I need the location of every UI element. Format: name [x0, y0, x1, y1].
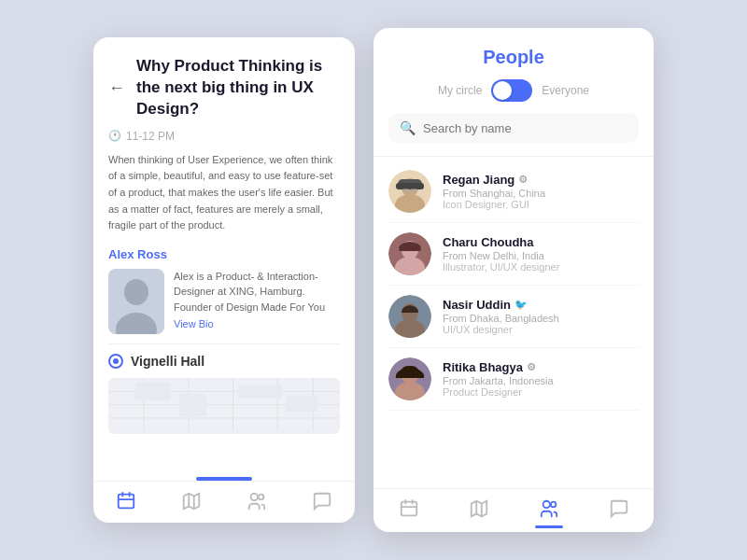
time-row: 🕐 11-12 PM	[108, 130, 340, 143]
right-bottom-nav	[374, 488, 654, 532]
person-role: UI/UX designer	[443, 324, 639, 335]
venue-map	[108, 378, 340, 434]
right-card-header: People My circle Everyone 🔍	[374, 28, 654, 156]
person-info: Ritika Bhagya ⚙ From Jakarta, Indonesia …	[443, 360, 639, 398]
right-nav-events-icon[interactable]	[399, 498, 419, 519]
svg-rect-41	[401, 502, 416, 516]
back-button-row: ← Why Product Thinking is the next big t…	[108, 56, 340, 120]
person-name: Charu Choudha	[443, 235, 639, 249]
svg-rect-30	[402, 189, 409, 192]
person-role: Icon Designer, GUI	[443, 199, 639, 210]
svg-point-23	[251, 494, 258, 500]
article-title: Why Product Thinking is the next big thi…	[136, 56, 340, 120]
back-arrow-icon[interactable]: ←	[108, 78, 125, 98]
person-avatar	[388, 170, 431, 213]
right-nav-chat-icon[interactable]	[609, 498, 629, 519]
author-block: Alex is a Product- & Interaction- Design…	[108, 269, 340, 334]
author-bio-text: Alex is a Product- & Interaction- Design…	[174, 269, 340, 315]
venue-section: Vignelli Hall	[108, 343, 340, 372]
clock-icon: 🕐	[108, 130, 121, 142]
person-badge-icon: ⚙	[518, 174, 528, 186]
person-item[interactable]: Regan Jiang ⚙ From Shanghai, China Icon …	[388, 161, 639, 223]
search-input[interactable]	[423, 121, 627, 135]
svg-rect-13	[179, 394, 206, 416]
person-role: Illustrator, UI/UX designer	[443, 261, 639, 273]
person-info: Charu Choudha From New Delhi, India Illu…	[443, 235, 639, 273]
author-avatar	[108, 269, 164, 334]
people-title: People	[388, 47, 639, 68]
right-card: People My circle Everyone 🔍	[374, 28, 654, 532]
svg-marker-45	[471, 501, 486, 517]
divider	[374, 156, 654, 157]
svg-point-24	[259, 495, 264, 500]
svg-rect-14	[237, 385, 282, 398]
svg-rect-16	[119, 495, 134, 509]
toggle-right-label: Everyone	[542, 84, 589, 97]
person-from: From Jakarta, Indonesia	[443, 375, 639, 386]
toggle-switch[interactable]	[491, 79, 532, 102]
svg-rect-12	[135, 383, 171, 400]
venue-name: Vignelli Hall	[131, 354, 204, 369]
nav-chat-icon[interactable]	[312, 491, 332, 511]
svg-rect-28	[396, 183, 424, 189]
svg-marker-20	[184, 494, 200, 510]
venue-dot-icon	[108, 354, 123, 369]
left-bottom-nav	[93, 481, 355, 523]
person-item[interactable]: Ritika Bhagya ⚙ From Jakarta, Indonesia …	[388, 348, 639, 411]
toggle-knob	[493, 81, 512, 100]
author-info: Alex is a Product- & Interaction- Design…	[174, 269, 340, 334]
view-bio-link[interactable]: View Bio	[174, 318, 340, 329]
person-info: Regan Jiang ⚙ From Shanghai, China Icon …	[443, 173, 639, 210]
nav-map-icon[interactable]	[181, 491, 202, 511]
person-badge-icon: 🐦	[514, 299, 528, 311]
person-from: From New Delhi, India	[443, 250, 639, 261]
right-nav-people-icon[interactable]	[539, 498, 559, 519]
person-from: From Shanghai, China	[443, 188, 639, 199]
author-name: Alex Ross	[108, 247, 340, 261]
person-avatar	[388, 232, 431, 275]
right-nav-map-icon[interactable]	[469, 498, 489, 519]
person-item[interactable]: Charu Choudha From New Delhi, India Illu…	[388, 223, 639, 286]
svg-point-1	[124, 279, 148, 305]
article-body: When thinking of User Experience, we oft…	[108, 152, 340, 234]
person-role: Product Designer	[443, 386, 639, 398]
person-avatar	[388, 295, 431, 338]
svg-point-48	[543, 501, 549, 508]
nav-events-icon[interactable]	[116, 491, 136, 511]
svg-rect-31	[411, 189, 417, 192]
left-card: ← Why Product Thinking is the next big t…	[93, 37, 355, 523]
screens-wrapper: ← Why Product Thinking is the next big t…	[93, 28, 654, 532]
progress-bar-container	[93, 469, 355, 481]
svg-rect-15	[287, 396, 317, 412]
left-card-content: ← Why Product Thinking is the next big t…	[93, 37, 355, 469]
toggle-left-label: My circle	[438, 84, 482, 97]
person-badge-icon: ⚙	[527, 361, 536, 373]
person-info: Nasir Uddin 🐦 From Dhaka, Bangladesh UI/…	[443, 298, 639, 335]
search-icon: 🔍	[400, 120, 416, 135]
nav-people-icon[interactable]	[247, 491, 267, 511]
toggle-row: My circle Everyone	[388, 79, 639, 102]
person-item[interactable]: Nasir Uddin 🐦 From Dhaka, Bangladesh UI/…	[388, 286, 639, 348]
svg-point-49	[550, 502, 556, 508]
person-name: Regan Jiang ⚙	[443, 173, 639, 187]
event-time: 11-12 PM	[126, 130, 175, 143]
person-avatar	[388, 357, 431, 400]
person-name: Ritika Bhagya ⚙	[443, 360, 639, 374]
person-from: From Dhaka, Bangladesh	[443, 313, 639, 324]
person-name: Nasir Uddin 🐦	[443, 298, 639, 312]
people-list: Regan Jiang ⚙ From Shanghai, China Icon …	[374, 161, 654, 488]
search-bar[interactable]: 🔍	[388, 113, 639, 143]
